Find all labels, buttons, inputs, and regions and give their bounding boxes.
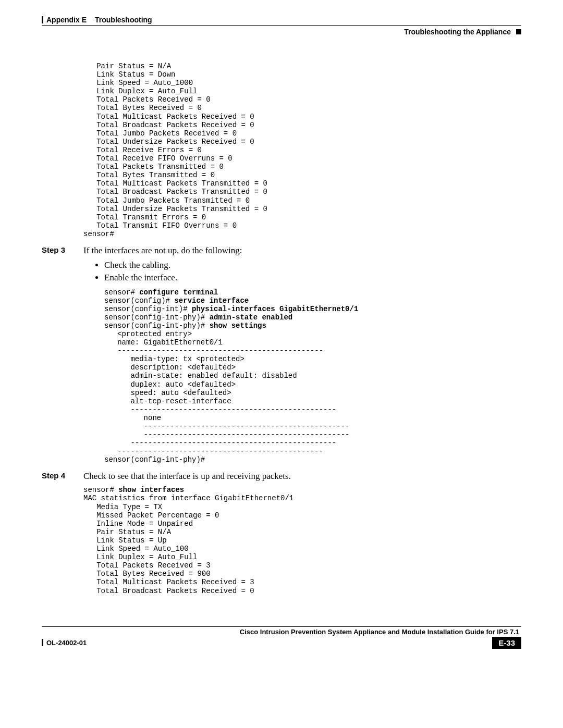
bullet-enable-interface: Enable the interface. bbox=[104, 273, 521, 283]
appendix-label: Appendix E bbox=[46, 16, 87, 24]
prompt: sensor(config-int-phy)# bbox=[104, 322, 210, 330]
prompt: sensor# bbox=[104, 288, 139, 297]
step3-label: Step 3 bbox=[42, 245, 83, 256]
code-block-3: sensor# show interfaces MAC statistics f… bbox=[83, 486, 521, 595]
section-marker-icon bbox=[516, 29, 521, 34]
page-number: E-33 bbox=[492, 637, 521, 649]
command: service interface bbox=[174, 297, 249, 305]
code-output: MAC statistics from interface GigabitEth… bbox=[83, 494, 521, 595]
command: show settings bbox=[210, 322, 266, 330]
doc-number: OL-24002-01 bbox=[46, 639, 87, 647]
command: configure terminal bbox=[139, 288, 218, 297]
header-bar-icon bbox=[42, 16, 43, 23]
code-block-2: sensor# configure terminal sensor(config… bbox=[83, 288, 521, 464]
prompt: sensor(config-int-phy)# bbox=[104, 313, 210, 322]
step4-label: Step 4 bbox=[42, 471, 83, 482]
prompt: sensor(config-int)# bbox=[104, 305, 192, 313]
section-header: Troubleshooting the Appliance bbox=[42, 28, 521, 36]
prompt: sensor(config)# bbox=[104, 297, 174, 305]
page-header: Appendix E Troubleshooting bbox=[42, 16, 521, 26]
command: physical-interfaces GigabitEthernet0/1 bbox=[192, 305, 358, 313]
prompt: sensor# bbox=[83, 486, 118, 494]
chapter-label: Troubleshooting bbox=[95, 16, 152, 24]
command: show interfaces bbox=[118, 486, 184, 494]
page-footer: Cisco Intrusion Prevention System Applia… bbox=[42, 626, 521, 649]
command: admin-state enabled bbox=[210, 313, 293, 322]
step3-bullets: Check the cabling. Enable the interface. bbox=[83, 260, 521, 283]
code-block-1: Pair Status = N/A Link Status = Down Lin… bbox=[83, 62, 521, 238]
section-label: Troubleshooting the Appliance bbox=[404, 28, 511, 36]
bullet-check-cabling: Check the cabling. bbox=[104, 260, 521, 270]
step4-text: Check to see that the interface is up an… bbox=[83, 471, 291, 482]
code-output: <protected entry> name: GigabitEthernet0… bbox=[104, 330, 521, 464]
footer-title: Cisco Intrusion Prevention System Applia… bbox=[42, 628, 521, 636]
footer-bar-icon bbox=[42, 639, 43, 646]
step3-text: If the interfaces are not up, do the fol… bbox=[83, 245, 242, 256]
